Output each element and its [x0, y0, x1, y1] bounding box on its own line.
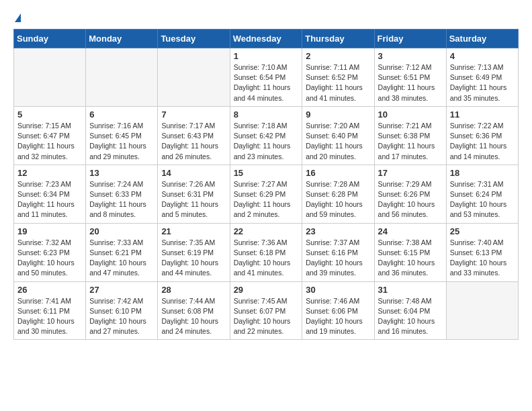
- calendar-cell: 28Sunrise: 7:44 AM Sunset: 6:08 PM Dayli…: [158, 281, 230, 340]
- calendar-cell: 17Sunrise: 7:29 AM Sunset: 6:26 PM Dayli…: [374, 165, 446, 223]
- day-number: 30: [306, 285, 370, 295]
- calendar-cell: 4Sunrise: 7:13 AM Sunset: 6:49 PM Daylig…: [446, 48, 518, 107]
- calendar-cell: 13Sunrise: 7:24 AM Sunset: 6:33 PM Dayli…: [86, 165, 158, 223]
- calendar-cell: 21Sunrise: 7:35 AM Sunset: 6:19 PM Dayli…: [158, 223, 230, 281]
- calendar-cell: 16Sunrise: 7:28 AM Sunset: 6:28 PM Dayli…: [302, 165, 374, 223]
- day-header-friday: Friday: [374, 30, 446, 48]
- day-number: 27: [89, 285, 154, 295]
- day-info: Sunrise: 7:45 AM Sunset: 6:07 PM Dayligh…: [234, 296, 299, 337]
- calendar-cell: [14, 48, 86, 107]
- calendar-cell: 23Sunrise: 7:37 AM Sunset: 6:16 PM Dayli…: [302, 223, 374, 281]
- day-info: Sunrise: 7:38 AM Sunset: 6:15 PM Dayligh…: [378, 238, 443, 279]
- calendar-cell: [446, 281, 518, 340]
- day-info: Sunrise: 7:23 AM Sunset: 6:34 PM Dayligh…: [17, 179, 82, 220]
- week-row-4: 19Sunrise: 7:32 AM Sunset: 6:23 PM Dayli…: [14, 223, 519, 281]
- day-info: Sunrise: 7:11 AM Sunset: 6:52 PM Dayligh…: [306, 62, 370, 103]
- day-info: Sunrise: 7:26 AM Sunset: 6:31 PM Dayligh…: [161, 179, 226, 220]
- day-number: 18: [450, 168, 515, 178]
- day-number: 3: [378, 51, 443, 61]
- day-number: 23: [306, 226, 370, 236]
- calendar-cell: 8Sunrise: 7:18 AM Sunset: 6:42 PM Daylig…: [230, 106, 302, 165]
- day-header-monday: Monday: [86, 30, 158, 48]
- day-number: 25: [450, 226, 515, 236]
- day-number: 21: [161, 226, 226, 236]
- week-row-3: 12Sunrise: 7:23 AM Sunset: 6:34 PM Dayli…: [14, 165, 519, 223]
- day-info: Sunrise: 7:22 AM Sunset: 6:36 PM Dayligh…: [450, 121, 515, 162]
- day-info: Sunrise: 7:13 AM Sunset: 6:49 PM Dayligh…: [450, 62, 515, 103]
- day-info: Sunrise: 7:12 AM Sunset: 6:51 PM Dayligh…: [378, 62, 443, 103]
- calendar-cell: 1Sunrise: 7:10 AM Sunset: 6:54 PM Daylig…: [230, 48, 302, 107]
- day-number: 11: [450, 109, 515, 120]
- logo: [13, 13, 21, 22]
- day-header-saturday: Saturday: [446, 30, 518, 48]
- day-number: 2: [306, 51, 370, 61]
- day-number: 24: [378, 226, 443, 236]
- calendar-cell: 5Sunrise: 7:15 AM Sunset: 6:47 PM Daylig…: [14, 106, 86, 165]
- calendar-table: SundayMondayTuesdayWednesdayThursdayFrid…: [13, 29, 519, 340]
- week-row-5: 26Sunrise: 7:41 AM Sunset: 6:11 PM Dayli…: [14, 281, 519, 340]
- day-info: Sunrise: 7:17 AM Sunset: 6:43 PM Dayligh…: [161, 121, 226, 162]
- week-row-2: 5Sunrise: 7:15 AM Sunset: 6:47 PM Daylig…: [14, 106, 519, 165]
- day-info: Sunrise: 7:24 AM Sunset: 6:33 PM Dayligh…: [89, 179, 154, 220]
- day-info: Sunrise: 7:37 AM Sunset: 6:16 PM Dayligh…: [306, 238, 370, 279]
- calendar-cell: 3Sunrise: 7:12 AM Sunset: 6:51 PM Daylig…: [374, 48, 446, 107]
- day-info: Sunrise: 7:41 AM Sunset: 6:11 PM Dayligh…: [17, 296, 82, 337]
- day-number: 29: [234, 285, 299, 295]
- calendar-cell: 7Sunrise: 7:17 AM Sunset: 6:43 PM Daylig…: [158, 106, 230, 165]
- week-row-1: 1Sunrise: 7:10 AM Sunset: 6:54 PM Daylig…: [14, 48, 519, 107]
- day-number: 8: [234, 109, 299, 120]
- calendar-cell: 6Sunrise: 7:16 AM Sunset: 6:45 PM Daylig…: [86, 106, 158, 165]
- calendar-cell: 31Sunrise: 7:48 AM Sunset: 6:04 PM Dayli…: [374, 281, 446, 340]
- day-info: Sunrise: 7:18 AM Sunset: 6:42 PM Dayligh…: [234, 121, 299, 162]
- day-info: Sunrise: 7:10 AM Sunset: 6:54 PM Dayligh…: [234, 62, 299, 103]
- calendar-cell: 9Sunrise: 7:20 AM Sunset: 6:40 PM Daylig…: [302, 106, 374, 165]
- day-number: 6: [89, 109, 154, 120]
- day-info: Sunrise: 7:32 AM Sunset: 6:23 PM Dayligh…: [17, 238, 82, 279]
- day-number: 28: [161, 285, 226, 295]
- day-info: Sunrise: 7:21 AM Sunset: 6:38 PM Dayligh…: [378, 121, 443, 162]
- day-number: 16: [306, 168, 370, 178]
- header: [13, 13, 519, 22]
- day-number: 12: [17, 168, 82, 178]
- calendar-cell: 20Sunrise: 7:33 AM Sunset: 6:21 PM Dayli…: [86, 223, 158, 281]
- day-info: Sunrise: 7:44 AM Sunset: 6:08 PM Dayligh…: [161, 296, 226, 337]
- calendar-header-row: SundayMondayTuesdayWednesdayThursdayFrid…: [14, 30, 519, 48]
- day-number: 15: [234, 168, 299, 178]
- calendar-cell: 24Sunrise: 7:38 AM Sunset: 6:15 PM Dayli…: [374, 223, 446, 281]
- calendar-cell: 25Sunrise: 7:40 AM Sunset: 6:13 PM Dayli…: [446, 223, 518, 281]
- day-number: 22: [234, 226, 299, 236]
- day-info: Sunrise: 7:31 AM Sunset: 6:24 PM Dayligh…: [450, 179, 515, 220]
- day-number: 1: [234, 51, 299, 61]
- day-header-wednesday: Wednesday: [230, 30, 302, 48]
- calendar-cell: 2Sunrise: 7:11 AM Sunset: 6:52 PM Daylig…: [302, 48, 374, 107]
- day-number: 10: [378, 109, 443, 120]
- calendar-cell: [158, 48, 230, 107]
- day-info: Sunrise: 7:15 AM Sunset: 6:47 PM Dayligh…: [17, 121, 82, 162]
- day-number: 19: [17, 226, 82, 236]
- day-number: 5: [17, 109, 82, 120]
- day-number: 26: [17, 285, 82, 295]
- day-info: Sunrise: 7:29 AM Sunset: 6:26 PM Dayligh…: [378, 179, 443, 220]
- day-number: 7: [161, 109, 226, 120]
- day-info: Sunrise: 7:33 AM Sunset: 6:21 PM Dayligh…: [89, 238, 154, 279]
- day-number: 17: [378, 168, 443, 178]
- day-number: 9: [306, 109, 370, 120]
- day-number: 14: [161, 168, 226, 178]
- day-header-tuesday: Tuesday: [158, 30, 230, 48]
- calendar-cell: 29Sunrise: 7:45 AM Sunset: 6:07 PM Dayli…: [230, 281, 302, 340]
- day-info: Sunrise: 7:36 AM Sunset: 6:18 PM Dayligh…: [234, 238, 299, 279]
- day-info: Sunrise: 7:27 AM Sunset: 6:29 PM Dayligh…: [234, 179, 299, 220]
- day-info: Sunrise: 7:28 AM Sunset: 6:28 PM Dayligh…: [306, 179, 370, 220]
- calendar-cell: 15Sunrise: 7:27 AM Sunset: 6:29 PM Dayli…: [230, 165, 302, 223]
- day-number: 20: [89, 226, 154, 236]
- day-info: Sunrise: 7:16 AM Sunset: 6:45 PM Dayligh…: [89, 121, 154, 162]
- day-number: 4: [450, 51, 515, 61]
- day-info: Sunrise: 7:40 AM Sunset: 6:13 PM Dayligh…: [450, 238, 515, 279]
- calendar-cell: 19Sunrise: 7:32 AM Sunset: 6:23 PM Dayli…: [14, 223, 86, 281]
- day-info: Sunrise: 7:20 AM Sunset: 6:40 PM Dayligh…: [306, 121, 370, 162]
- calendar-cell: [86, 48, 158, 107]
- calendar-cell: 30Sunrise: 7:46 AM Sunset: 6:06 PM Dayli…: [302, 281, 374, 340]
- calendar-cell: 12Sunrise: 7:23 AM Sunset: 6:34 PM Dayli…: [14, 165, 86, 223]
- calendar-cell: 26Sunrise: 7:41 AM Sunset: 6:11 PM Dayli…: [14, 281, 86, 340]
- calendar-cell: 18Sunrise: 7:31 AM Sunset: 6:24 PM Dayli…: [446, 165, 518, 223]
